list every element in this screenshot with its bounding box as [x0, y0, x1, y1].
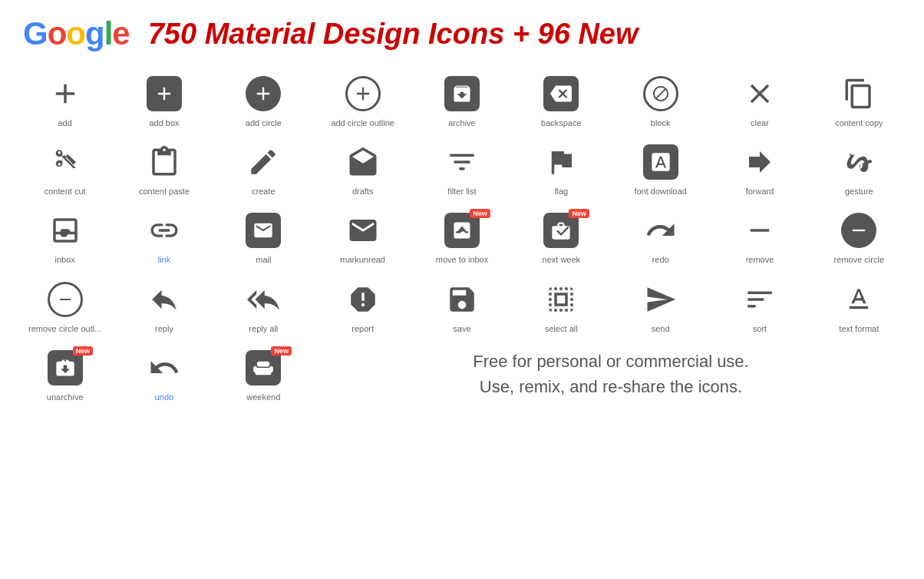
page-header: Google 750 Material Design Icons + 96 Ne… — [8, 15, 916, 52]
footer-text: Free for personal or commercial use. Use… — [313, 340, 909, 409]
badge-new-weekend: New — [271, 346, 292, 356]
icon-remove-circle: remove circle — [810, 203, 909, 271]
icon-text-format: text format — [810, 272, 909, 340]
icon-content-copy: content copy — [810, 66, 909, 134]
badge-new-unarchive: New — [73, 346, 94, 356]
icon-archive: archive — [412, 66, 511, 134]
footer-row: New unarchive undo New weekend — [8, 340, 916, 409]
icon-link: link — [114, 203, 213, 271]
icon-unarchive: New unarchive — [15, 340, 114, 409]
icon-block: block — [611, 66, 710, 134]
icon-forward: forward — [710, 134, 809, 203]
icon-inbox: inbox — [15, 203, 114, 271]
icon-select-all: select all — [512, 272, 611, 340]
icon-create: create — [214, 134, 313, 203]
icon-content-paste: content paste — [114, 134, 213, 203]
icon-clear: clear — [710, 66, 809, 134]
icon-send: send — [611, 272, 710, 340]
icon-save: save — [412, 272, 511, 340]
icon-flag: flag — [512, 134, 611, 203]
icon-content-cut: content cut — [15, 134, 114, 203]
icons-row-1: add add box add circle — [8, 66, 916, 134]
icon-mail: mail — [214, 203, 313, 271]
page-title: 750 Material Design Icons + 96 New — [148, 18, 639, 51]
google-logo: Google — [23, 15, 130, 52]
icon-report: report — [313, 272, 412, 340]
icon-remove-circle-outline: remove circle outl... — [15, 272, 114, 340]
icon-drafts: drafts — [313, 134, 412, 203]
icon-markunread: markunread — [313, 203, 412, 271]
badge-new-next-week: New — [569, 209, 589, 218]
icon-redo: redo — [611, 203, 710, 271]
icon-add-circle: add circle — [214, 66, 313, 134]
icon-reply: reply — [114, 272, 213, 340]
icon-font-download: font download — [611, 134, 710, 203]
icon-gesture: gesture — [810, 134, 909, 203]
icon-sort: sort — [710, 272, 809, 340]
icon-add: add — [15, 66, 114, 134]
icon-next-week: New next week — [512, 203, 611, 271]
icon-undo: undo — [114, 340, 213, 409]
icon-remove: remove — [710, 203, 809, 271]
icon-reply-all: reply all — [214, 272, 313, 340]
icons-row-3: inbox link mail markunread New — [8, 203, 916, 271]
icon-move-to-inbox: New move to inbox — [412, 203, 511, 271]
icon-weekend: New weekend — [214, 340, 313, 409]
icon-add-circle-outline: add circle outline — [313, 66, 412, 134]
icon-add-box: add box — [114, 66, 213, 134]
badge-new-move-to-inbox: New — [470, 209, 490, 218]
icons-row-4: remove circle outl... reply reply all re… — [8, 272, 916, 340]
icons-row-2: content cut content paste create drafts — [8, 134, 916, 203]
icon-backspace: backspace — [512, 66, 611, 134]
icon-filter-list: filter list — [412, 134, 511, 203]
